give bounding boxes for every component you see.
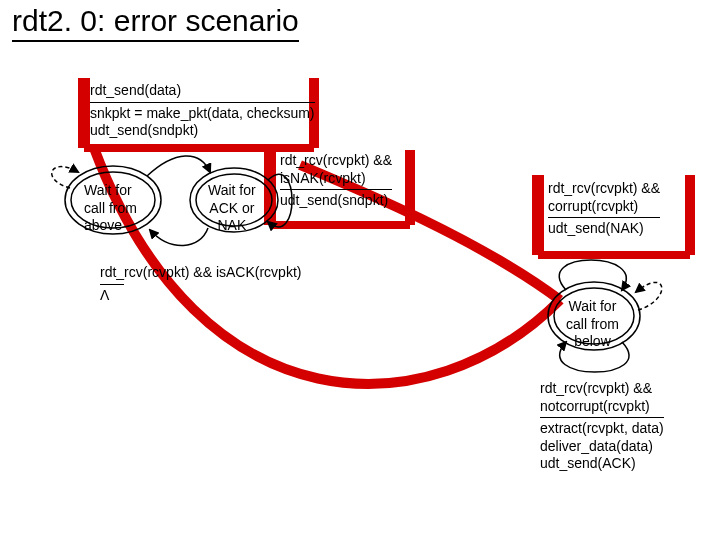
state-wait-call: Wait for call from above <box>84 182 137 235</box>
sender-send-event: rdt_send(data) snkpkt = make_pkt(data, c… <box>90 82 315 140</box>
sender-ack-event: rdt_rcv(rcvpkt) && isACK(rcvpkt) Λ <box>100 264 301 304</box>
state-wait-ack: Wait for ACK or NAK <box>208 182 256 235</box>
state-wait-below: Wait for call from below <box>566 298 619 351</box>
sender-nak-event: rdt_rcv(rcvpkt) && isNAK(rcvpkt) udt_sen… <box>280 152 392 210</box>
receiver-corrupt-event: rdt_rcv(rcvpkt) && corrupt(rcvpkt) udt_s… <box>548 180 660 238</box>
receiver-ok-event: rdt_rcv(rcvpkt) && notcorrupt(rcvpkt) ex… <box>540 380 664 473</box>
